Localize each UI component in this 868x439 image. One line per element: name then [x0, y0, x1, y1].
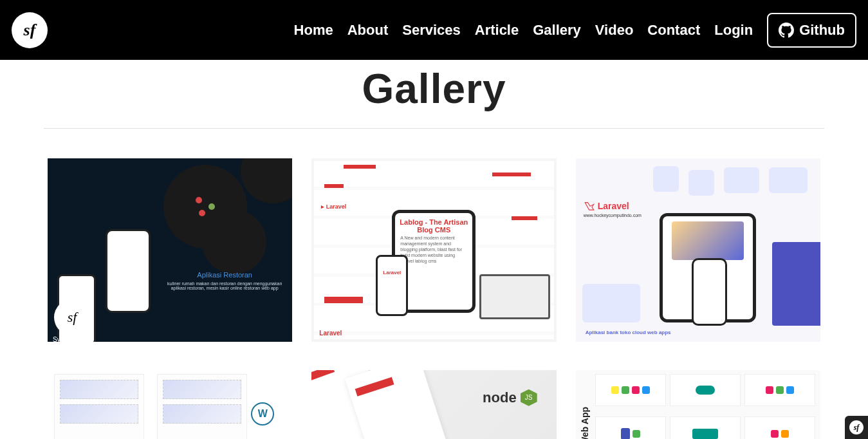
nav-article[interactable]: Article [475, 22, 519, 39]
thumb-phone-brand: Laravel [378, 257, 406, 276]
symfony-icon: sf [849, 420, 863, 434]
thumb-text: kuliner rumah makan dan restoran dengan … [163, 281, 286, 290]
thumb-tablet-title: Lablog - The Artisan Blog CMS [395, 213, 472, 235]
gallery-item-wordpress-blog[interactable]: W WordPress [48, 370, 292, 439]
gallery-grid: Aplikasi Restoran kuliner rumah makan da… [0, 129, 868, 439]
nav-contact[interactable]: Contact [647, 22, 700, 39]
thumbnail: W WordPress [48, 370, 292, 439]
thumbnail: Web App [576, 370, 820, 439]
thumb-brand-url: www.hockeycomputindo.com [584, 213, 642, 218]
node-icon: node JS [483, 389, 537, 406]
github-icon [779, 23, 794, 38]
gallery-item-symfony-restaurant[interactable]: Aplikasi Restoran kuliner rumah makan da… [48, 158, 292, 342]
symfony-toolbar-badge[interactable]: sf [845, 416, 868, 439]
nav-login[interactable]: Login [714, 22, 753, 39]
thumb-title: Aplikasi Restoran [163, 271, 286, 279]
thumb-caption: Aplikasi bank toko cloud web apps [586, 330, 671, 335]
wordpress-icon: W [251, 402, 274, 425]
nav-gallery[interactable]: Gallery [533, 22, 581, 39]
thumbnail: ▸ Laravel Lablog - The Artisan Blog CMS … [311, 158, 556, 342]
thumbnail: Aplikasi Restoran kuliner rumah makan da… [48, 158, 292, 342]
nav-about[interactable]: About [347, 22, 389, 39]
laravel-icon: Laravel [584, 200, 629, 212]
header: sf Home About Services Article Gallery V… [0, 0, 868, 60]
thumbnail: node JS WebApp WebApp Axcora [311, 370, 556, 439]
github-label: Github [799, 22, 845, 39]
page-title: Gallery [0, 65, 868, 113]
gallery-item-webapp-grid[interactable]: Web App [576, 370, 820, 439]
thumb-brand: Laravel [319, 330, 342, 337]
gallery-item-lablog-cms[interactable]: ▸ Laravel Lablog - The Artisan Blog CMS … [311, 158, 556, 342]
nav-video[interactable]: Video [595, 22, 634, 39]
logo[interactable]: sf [12, 12, 48, 48]
thumbnail: Laravel www.hockeycomputindo.com Aplikas… [576, 158, 820, 342]
thumb-brand: WordPress [275, 370, 288, 439]
github-button[interactable]: Github [767, 13, 856, 48]
main-nav: Home About Services Article Gallery Vide… [294, 13, 856, 48]
gallery-item-node-webapp[interactable]: node JS WebApp WebApp Axcora [311, 370, 556, 439]
gallery-item-laravel-bank[interactable]: Laravel www.hockeycomputindo.com Aplikas… [576, 158, 820, 342]
symfony-icon: sf [54, 299, 90, 335]
nav-home[interactable]: Home [294, 22, 333, 39]
thumb-side-label: Web App [580, 407, 590, 439]
laravel-icon: ▸ Laravel [321, 203, 353, 236]
nav-services[interactable]: Services [402, 22, 461, 39]
thumb-brand: Symfony [53, 336, 78, 342]
